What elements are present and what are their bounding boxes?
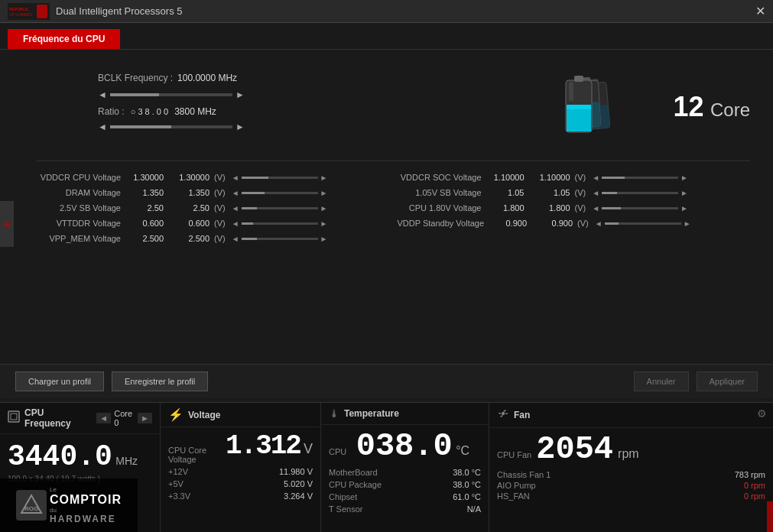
v-left-arrow[interactable]: ◄	[232, 235, 239, 243]
ratio-slider-left[interactable]: ◄	[98, 122, 107, 132]
svg-rect-14	[569, 82, 573, 101]
load-profile-button[interactable]: Charger un profil	[15, 371, 104, 391]
rog-logo: REPUBLIC OF GAMERS	[8, 3, 50, 20]
v-right-arrow[interactable]: ►	[684, 219, 691, 228]
core-label: Core 0	[114, 409, 135, 427]
v-label: VDDP Standby Voltage	[398, 219, 485, 228]
watermark: ROG Le COMPTOIR du HARDWARE	[0, 478, 138, 532]
v-left-arrow[interactable]: ◄	[595, 219, 602, 228]
voltage-row: VPP_MEM Voltage 2.500 2.500 (V) ◄ ►	[37, 234, 390, 243]
v-val2: 2.500	[170, 234, 209, 243]
v-left-arrow[interactable]: ◄	[232, 204, 239, 212]
v-right-arrow[interactable]: ►	[320, 204, 328, 212]
v-track	[242, 238, 318, 240]
core-next-button[interactable]: ►	[138, 413, 152, 423]
chassis-fan-label: Chassis Fan 1	[497, 470, 551, 479]
v-val1: 1.05	[485, 188, 525, 197]
v-right-arrow[interactable]: ►	[680, 189, 688, 197]
cpu-freq-main: 3440.0 MHz	[0, 434, 160, 475]
v12-label: +12V	[168, 467, 188, 476]
voltage-row: 2.5V SB Voltage 2.50 2.50 (V) ◄ ►	[37, 203, 390, 212]
hs-fan-label: HS_FAN	[497, 491, 530, 501]
ratio-slider[interactable]: ◄ ►	[98, 122, 512, 132]
apply-button[interactable]: Appliquer	[697, 371, 758, 391]
watermark-logo-svg: ROG	[20, 494, 43, 517]
v-left-arrow[interactable]: ◄	[232, 189, 239, 197]
cancel-button[interactable]: Annuler	[634, 371, 689, 391]
v-track	[602, 192, 678, 194]
bclk-label: BCLK Frequency :	[98, 73, 173, 83]
v-unit: (V)	[214, 219, 226, 228]
settings-icon[interactable]: ⚙	[757, 407, 767, 420]
v-right-arrow[interactable]: ►	[320, 235, 328, 243]
tab-cpu-frequency[interactable]: Fréquence du CPU	[8, 29, 120, 49]
chipset-value: 61.0 °C	[453, 492, 481, 501]
v-right-arrow[interactable]: ►	[680, 204, 688, 212]
save-profile-button[interactable]: Enregistrer le profil	[112, 371, 208, 391]
v-unit: (V)	[214, 234, 226, 243]
temperature-panel: 🌡 Temperature CPU 038.0 °C MotherBoard 3…	[321, 403, 489, 532]
v-left-arrow[interactable]: ◄	[232, 174, 239, 182]
bclk-slider-right[interactable]: ►	[235, 89, 245, 100]
ratio-slider-right[interactable]: ►	[235, 122, 245, 132]
svg-text:REPUBLIC: REPUBLIC	[9, 7, 29, 11]
v-left-arrow[interactable]: ◄	[592, 174, 599, 182]
v-unit: (V)	[214, 173, 226, 182]
ratio-mhz: 3800 MHz	[174, 106, 216, 117]
cpu-core-value: 1.312	[226, 430, 300, 462]
v-slider[interactable]: ◄ ►	[232, 219, 328, 228]
cpu-core-unit: V	[304, 441, 313, 457]
voltage-row: 1.05V SB Voltage 1.05 1.05 (V) ◄ ►	[398, 188, 751, 197]
cpu-freq-nav: ◄ Core 0 ►	[96, 409, 152, 427]
bclk-slider[interactable]: ◄ ►	[98, 89, 512, 100]
v-slider[interactable]: ◄ ►	[592, 204, 688, 212]
v-track	[242, 222, 318, 225]
v-label: CPU 1.80V Voltage	[398, 203, 482, 212]
v-right-arrow[interactable]: ►	[320, 219, 328, 228]
cpu-freq-value: 3440.0	[8, 440, 112, 473]
v-left-arrow[interactable]: ◄	[232, 219, 239, 228]
fan-title: Fan	[514, 410, 530, 420]
ratio-label: Ratio :	[98, 106, 125, 117]
voltage-cpu-core: CPU Core Voltage 1.312 V	[161, 427, 320, 466]
v-unit: (V)	[214, 188, 226, 197]
pkg-label: CPU Package	[329, 480, 382, 489]
v-val1: 1.800	[485, 203, 525, 212]
v-slider[interactable]: ◄ ►	[232, 189, 328, 197]
v-unit: (V)	[577, 219, 589, 228]
voltage-row: VTTDDR Voltage 0.600 0.600 (V) ◄ ►	[37, 219, 390, 228]
bclk-slider-left[interactable]: ◄	[98, 89, 107, 100]
v-track	[602, 177, 678, 179]
v-slider[interactable]: ◄ ►	[595, 219, 691, 228]
v-slider[interactable]: ◄ ►	[232, 235, 328, 243]
v33-value: 3.264 V	[284, 491, 313, 501]
v-left-arrow[interactable]: ◄	[592, 189, 599, 197]
temp-cpu-value: 038.0	[356, 428, 453, 465]
v-right-arrow[interactable]: ►	[320, 174, 328, 182]
fan-panel: Fan CPU Fan 2054 rpm Chassis Fan 1 783 r…	[489, 403, 773, 532]
v-slider[interactable]: ◄ ►	[592, 174, 688, 182]
v-label: VPP_MEM Voltage	[37, 234, 121, 243]
v-val2: 1.10000	[531, 173, 570, 182]
v33-label: +3.3V	[168, 491, 190, 501]
cpu-fan-unit: rpm	[618, 447, 639, 461]
v-unit: (V)	[575, 188, 586, 197]
v-val1: 2.50	[124, 203, 164, 212]
v-slider[interactable]: ◄ ►	[592, 189, 688, 197]
core-prev-button[interactable]: ◄	[96, 413, 111, 423]
v-right-arrow[interactable]: ►	[680, 174, 688, 182]
v-slider[interactable]: ◄ ►	[232, 174, 328, 182]
close-button[interactable]: ✕	[755, 4, 765, 18]
bclk-fill	[110, 93, 159, 96]
v-slider[interactable]: ◄ ►	[232, 204, 328, 212]
v-right-arrow[interactable]: ►	[320, 189, 328, 197]
cpu-fan-label: CPU Fan	[497, 450, 531, 459]
v-val2: 1.05	[531, 188, 570, 197]
voltage-panel: ⚡ Voltage CPU Core Voltage 1.312 V +12V …	[161, 403, 321, 532]
sidebar-toggle[interactable]: ≡	[0, 201, 14, 247]
v-left-arrow[interactable]: ◄	[592, 204, 599, 212]
v-val2: 0.600	[170, 219, 209, 228]
voltage-12v-row: +12V 11.980 V	[161, 466, 320, 478]
v-unit: (V)	[575, 173, 586, 182]
v-track	[602, 207, 678, 209]
